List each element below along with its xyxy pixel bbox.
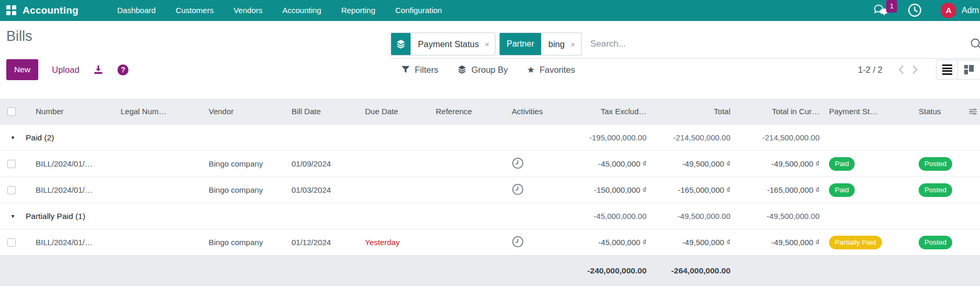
group-row-paid[interactable]: ▼ Paid (2) -195,000,000.00 -214,500,000.… xyxy=(0,124,980,150)
search-bar[interactable]: Payment Status × Partner bing × xyxy=(391,30,980,59)
group-total: -214,500,000.00 xyxy=(651,133,735,142)
activities-button[interactable] xyxy=(908,3,922,17)
clock-icon xyxy=(908,3,922,17)
download-icon xyxy=(93,64,104,75)
total-cell: -49,500,000 ₫ xyxy=(651,238,735,247)
main-menu: Dashboard Customers Vendors Accounting R… xyxy=(116,4,443,17)
table-row[interactable]: BILL/2024/01/… Bingo company 01/09/2024 … xyxy=(0,150,980,177)
activity-clock-icon[interactable] xyxy=(512,183,524,195)
search-icon[interactable] xyxy=(970,38,980,52)
group-toggle[interactable]: ▼ Paid (2) xyxy=(0,133,562,142)
group-toggle[interactable]: ▼ Partially Paid (1) xyxy=(0,212,562,221)
top-navbar: Accounting Dashboard Customers Vendors A… xyxy=(0,0,980,21)
header-status[interactable]: Status xyxy=(916,107,963,116)
search-input[interactable] xyxy=(585,39,980,49)
select-all-checkbox[interactable] xyxy=(7,107,16,116)
avatar[interactable]: A xyxy=(941,3,956,18)
menu-configuration[interactable]: Configuration xyxy=(394,4,443,17)
kanban-view-button[interactable] xyxy=(958,60,980,80)
header-tax-excluded[interactable]: Tax Exclud… xyxy=(562,107,651,116)
header-legal-number[interactable]: Legal Num… xyxy=(115,107,203,116)
search-facet-partner[interactable]: Partner bing × xyxy=(499,32,581,56)
status-cell: Posted xyxy=(916,157,963,171)
filters-button[interactable]: Filters xyxy=(401,65,438,75)
menu-customers[interactable]: Customers xyxy=(175,4,215,17)
help-button[interactable]: ? xyxy=(117,64,128,75)
download-button[interactable] xyxy=(93,64,104,75)
menu-vendors[interactable]: Vendors xyxy=(232,4,263,17)
pager-next-button[interactable] xyxy=(908,65,922,74)
table-header-row: Number Legal Num… Vendor Bill Date Due D… xyxy=(0,98,980,124)
table-row[interactable]: BILL/2024/01/… Bingo company 01/03/2024 … xyxy=(0,177,980,203)
systray: 1 A Adm xyxy=(873,3,980,18)
layers-icon xyxy=(391,33,411,55)
vendor-cell[interactable]: Bingo company xyxy=(203,238,286,247)
tax-excluded-cell: -150,000,000 ₫ xyxy=(562,185,651,194)
total-in-currency-cell: -165,000,000 ₫ xyxy=(735,185,824,194)
bill-number[interactable]: BILL/2024/01/… xyxy=(23,238,115,247)
activities-cell[interactable] xyxy=(507,236,562,249)
status-badge: Posted xyxy=(919,236,952,249)
total-cell: -49,500,000 ₫ xyxy=(651,159,735,168)
upload-button[interactable]: Upload xyxy=(52,65,79,75)
apps-menu-button[interactable]: Accounting xyxy=(6,5,79,16)
search-facet-payment-status[interactable]: Payment Status × xyxy=(391,32,496,56)
payment-status-badge: Paid xyxy=(829,183,855,197)
vendor-cell[interactable]: Bingo company xyxy=(203,159,286,168)
row-checkbox[interactable] xyxy=(7,238,16,247)
activities-cell[interactable] xyxy=(507,157,562,171)
activity-clock-icon[interactable] xyxy=(512,236,524,248)
favorites-button[interactable]: ★ Favorites xyxy=(527,64,575,75)
bill-date-cell[interactable]: 01/12/2024 xyxy=(286,238,360,247)
header-due-date[interactable]: Due Date xyxy=(360,107,430,116)
bill-number[interactable]: BILL/2024/01/… xyxy=(23,159,115,168)
new-button[interactable]: New xyxy=(6,59,38,80)
action-buttons: New Upload ? xyxy=(6,59,128,80)
header-total[interactable]: Total xyxy=(651,107,735,116)
chevron-left-icon xyxy=(898,65,904,74)
status-cell: Posted xyxy=(916,183,963,197)
vendor-cell[interactable]: Bingo company xyxy=(203,185,286,194)
app-name[interactable]: Accounting xyxy=(23,5,79,16)
user-menu[interactable]: A Adm xyxy=(941,3,979,18)
bill-number[interactable]: BILL/2024/01/… xyxy=(23,185,115,194)
header-activities[interactable]: Activities xyxy=(507,107,562,116)
row-checkbox[interactable] xyxy=(7,186,16,194)
total-in-currency-cell: -49,500,000 ₫ xyxy=(735,159,824,168)
row-checkbox[interactable] xyxy=(7,160,16,168)
group-row-partially-paid[interactable]: ▼ Partially Paid (1) -45,000,000.00 -49,… xyxy=(0,203,980,229)
pager-previous-button[interactable] xyxy=(894,65,908,74)
close-icon[interactable]: × xyxy=(568,33,581,55)
menu-accounting[interactable]: Accounting xyxy=(281,4,322,17)
header-payment-status[interactable]: Payment St… xyxy=(824,107,916,116)
table-row[interactable]: BILL/2024/01/… Bingo company 01/12/2024 … xyxy=(0,229,980,255)
apps-grid-icon[interactable] xyxy=(6,5,16,15)
activities-cell[interactable] xyxy=(507,183,562,197)
list-view-button[interactable] xyxy=(936,60,958,80)
group-total: -49,500,000.00 xyxy=(651,212,735,221)
close-icon[interactable]: × xyxy=(482,33,495,55)
footer-total: -264,000,000.00 xyxy=(651,266,735,276)
header-vendor[interactable]: Vendor xyxy=(203,107,286,116)
bill-date-cell[interactable]: 01/09/2024 xyxy=(286,159,360,168)
tax-excluded-cell: -45,000,000 ₫ xyxy=(562,238,651,247)
header-total-in-currency[interactable]: Total in Cur… xyxy=(735,107,824,116)
group-by-button[interactable]: Group By xyxy=(457,65,508,75)
optional-columns-button[interactable] xyxy=(963,108,980,115)
group-total-in-currency: -49,500,000.00 xyxy=(735,212,824,221)
messages-button[interactable]: 1 xyxy=(873,4,889,17)
bill-date-cell[interactable]: 01/03/2024 xyxy=(286,185,360,194)
header-reference[interactable]: Reference xyxy=(430,107,507,116)
activity-clock-icon[interactable] xyxy=(512,157,524,169)
footer-tax-excluded-total: -240,000,000.00 xyxy=(562,266,651,276)
header-number[interactable]: Number xyxy=(23,107,115,116)
bills-list-page: Accounting Dashboard Customers Vendors A… xyxy=(0,0,980,286)
total-in-currency-cell: -49,500,000 ₫ xyxy=(735,238,824,247)
menu-dashboard[interactable]: Dashboard xyxy=(116,4,157,17)
table-footer-row: -240,000,000.00 -264,000,000.00 xyxy=(0,255,980,286)
facet-label: Partner xyxy=(500,33,541,55)
payment-status-cell: Paid xyxy=(824,183,916,197)
sliders-icon xyxy=(969,108,977,115)
menu-reporting[interactable]: Reporting xyxy=(340,4,376,17)
header-bill-date[interactable]: Bill Date xyxy=(286,107,360,116)
